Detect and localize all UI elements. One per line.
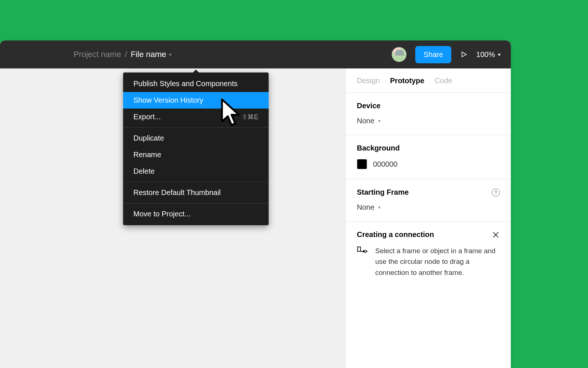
connection-flow-icon — [357, 245, 368, 258]
chevron-down-icon: ▾ — [498, 52, 501, 57]
file-dropdown-menu: Publish Styles and Components Show Versi… — [123, 72, 269, 225]
panel-tabs: Design Prototype Code — [346, 68, 511, 93]
menu-item-label: Restore Default Thumbnail — [133, 188, 221, 197]
starting-frame-heading: Starting Frame — [357, 188, 409, 197]
close-icon[interactable] — [492, 231, 500, 239]
menu-item-label: Move to Project... — [133, 210, 191, 218]
section-device: Device None ▾ — [346, 93, 511, 135]
chevron-down-icon: ▾ — [378, 205, 381, 210]
app-window: Project name / File name ▾ Share 100% ▾ … — [0, 40, 511, 368]
section-creating-connection: Creating a connection Select a frame or … — [346, 222, 511, 287]
background-heading: Background — [357, 144, 500, 152]
svg-rect-3 — [358, 247, 361, 251]
tab-design[interactable]: Design — [357, 77, 380, 85]
breadcrumb: Project name / File name ▾ — [74, 50, 392, 59]
file-name-label: File name — [131, 50, 166, 59]
background-hex-value[interactable]: 000000 — [373, 160, 398, 169]
share-button[interactable]: Share — [415, 46, 451, 63]
device-select[interactable]: None ▾ — [357, 117, 500, 125]
chevron-down-icon: ▾ — [378, 118, 381, 124]
menu-item-label: Rename — [133, 151, 161, 159]
breadcrumb-project[interactable]: Project name — [74, 50, 121, 59]
menu-divider — [123, 182, 269, 182]
svg-marker-0 — [462, 52, 466, 57]
menu-item-label: Delete — [133, 167, 155, 176]
device-heading: Device — [357, 102, 500, 110]
starting-frame-select[interactable]: None ▾ — [357, 203, 500, 212]
connection-help-text: Select a frame or object in a frame and … — [375, 245, 500, 278]
topbar: Project name / File name ▾ Share 100% ▾ — [0, 40, 511, 68]
properties-panel: Design Prototype Code Device None ▾ Back… — [345, 68, 511, 368]
menu-item-shortcut: ⇧⌘E — [242, 113, 258, 121]
section-background: Background 000000 — [346, 135, 511, 179]
menu-item-delete[interactable]: Delete — [123, 163, 269, 180]
tab-prototype[interactable]: Prototype — [390, 77, 424, 85]
topbar-right: Share 100% ▾ — [392, 46, 501, 63]
menu-item-show-version-history[interactable]: Show Version History — [123, 92, 269, 109]
help-icon[interactable]: ? — [492, 188, 500, 197]
menu-item-restore-thumbnail[interactable]: Restore Default Thumbnail — [123, 184, 269, 201]
zoom-value: 100% — [476, 50, 495, 59]
menu-divider — [123, 203, 269, 204]
color-swatch[interactable] — [357, 159, 367, 169]
menu-item-rename[interactable]: Rename — [123, 146, 269, 163]
menu-item-duplicate[interactable]: Duplicate — [123, 130, 269, 146]
menu-item-publish-styles[interactable]: Publish Styles and Components — [123, 75, 269, 92]
menu-item-label: Show Version History — [133, 96, 203, 105]
chevron-down-icon[interactable]: ▾ — [169, 52, 172, 57]
tab-code[interactable]: Code — [435, 77, 452, 85]
connection-heading: Creating a connection — [357, 230, 434, 239]
starting-frame-value: None — [357, 203, 374, 212]
breadcrumb-separator: / — [125, 50, 127, 59]
zoom-control[interactable]: 100% ▾ — [476, 50, 501, 59]
breadcrumb-file[interactable]: File name ▾ — [131, 50, 172, 59]
menu-item-label: Export... — [133, 113, 161, 121]
present-play-icon[interactable] — [460, 51, 467, 58]
menu-item-label: Duplicate — [133, 134, 164, 142]
section-starting-frame: Starting Frame ? None ▾ — [346, 179, 511, 222]
avatar[interactable] — [392, 47, 406, 62]
menu-item-export[interactable]: Export... ⇧⌘E — [123, 109, 269, 125]
device-value: None — [357, 117, 374, 125]
menu-item-label: Publish Styles and Components — [133, 79, 238, 88]
svg-point-5 — [363, 251, 365, 252]
menu-item-move-to-project[interactable]: Move to Project... — [123, 206, 269, 222]
background-color-row[interactable]: 000000 — [357, 159, 500, 169]
menu-divider — [123, 127, 269, 128]
